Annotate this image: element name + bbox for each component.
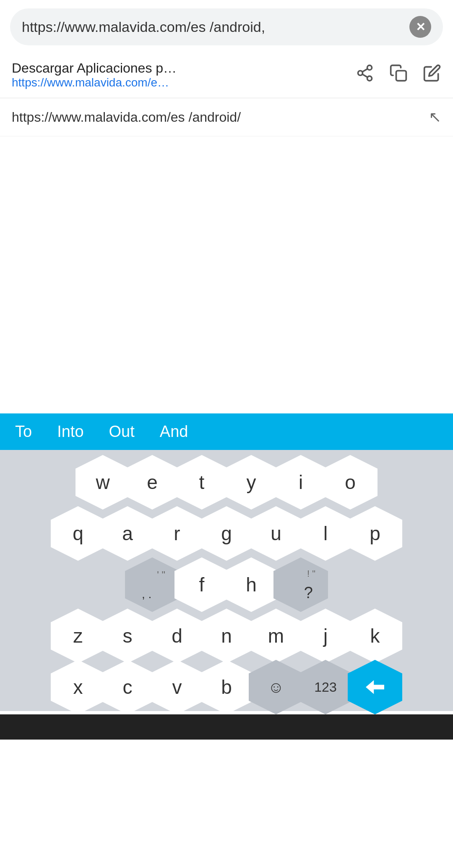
key-w[interactable]: w	[76, 455, 130, 510]
key-i[interactable]: i	[273, 455, 328, 510]
key-e[interactable]: e	[125, 455, 180, 510]
key-h[interactable]: h	[224, 557, 279, 612]
svg-line-4	[362, 69, 368, 72]
suggestion-word-and[interactable]: And	[160, 423, 188, 441]
empty-space	[0, 136, 453, 413]
suggestion-word-to[interactable]: To	[15, 423, 32, 441]
svg-rect-5	[396, 71, 406, 81]
key-a[interactable]: a	[100, 506, 155, 561]
key-s[interactable]: s	[100, 609, 155, 663]
key-b[interactable]: b	[199, 660, 254, 714]
key-backspace[interactable]	[348, 660, 402, 714]
suggestion-url[interactable]: https://www.malavida.com/e…	[12, 76, 347, 89]
key-z[interactable]: z	[51, 609, 105, 663]
suggestion-icons	[356, 64, 441, 86]
key-c[interactable]: c	[100, 660, 155, 714]
share-icon[interactable]	[356, 64, 374, 86]
key-j[interactable]: j	[298, 609, 353, 663]
suggestion-title[interactable]: Descargar Aplicaciones p…	[12, 60, 347, 76]
url-bar[interactable]: https://www.malavida.com/es /android,	[10, 8, 443, 45]
key-t[interactable]: t	[174, 455, 229, 510]
key-m[interactable]: m	[249, 609, 303, 663]
key-emoji[interactable]: ☺	[249, 660, 303, 714]
key-x[interactable]: x	[51, 660, 105, 714]
url-input[interactable]: https://www.malavida.com/es /android,	[22, 19, 403, 35]
copy-icon[interactable]	[389, 64, 408, 86]
key-v[interactable]: v	[150, 660, 204, 714]
history-arrow-icon: ↖	[429, 108, 441, 126]
keyboard: w e t y i o q a r g u l p ' " , . f h ! …	[0, 450, 453, 711]
key-o[interactable]: o	[323, 455, 378, 510]
key-n[interactable]: n	[199, 609, 254, 663]
url-clear-button[interactable]	[409, 16, 431, 38]
key-row-4: z s d n m j k	[0, 612, 453, 660]
url-bar-container: https://www.malavida.com/es /android,	[0, 0, 453, 52]
history-row[interactable]: https://www.malavida.com/es /android/ ↖	[0, 98, 453, 136]
suggestion-word-into[interactable]: Into	[57, 423, 83, 441]
key-row-2: q a r g u l p	[0, 510, 453, 557]
history-url: https://www.malavida.com/es /android/	[12, 110, 420, 125]
key-f[interactable]: f	[174, 557, 229, 612]
key-u[interactable]: u	[249, 506, 303, 561]
key-d[interactable]: d	[150, 609, 204, 663]
key-r[interactable]: r	[150, 506, 204, 561]
key-row-1: w e t y i o	[0, 458, 453, 506]
key-p[interactable]: p	[348, 506, 402, 561]
key-123[interactable]: 123	[298, 660, 353, 714]
key-punctuation[interactable]: ' " , .	[125, 557, 180, 612]
keyboard-bottom-bar	[0, 714, 453, 740]
key-g[interactable]: g	[199, 506, 254, 561]
key-q[interactable]: q	[51, 506, 105, 561]
key-k[interactable]: k	[348, 609, 402, 663]
key-row-5: x c v b ☺ 123	[0, 663, 453, 711]
suggestions-bar: To Into Out And	[0, 413, 453, 450]
suggestion-word-out[interactable]: Out	[109, 423, 135, 441]
key-l[interactable]: l	[298, 506, 353, 561]
svg-line-3	[362, 74, 368, 77]
key-row-3: ' " , . f h ! " ?	[0, 561, 453, 609]
edit-icon[interactable]	[423, 64, 441, 86]
suggestion-text-block: Descargar Aplicaciones p… https://www.ma…	[12, 60, 347, 89]
key-question-exclamation[interactable]: ! " ?	[273, 557, 328, 612]
suggestion-row: Descargar Aplicaciones p… https://www.ma…	[0, 52, 453, 98]
key-y[interactable]: y	[224, 455, 279, 510]
